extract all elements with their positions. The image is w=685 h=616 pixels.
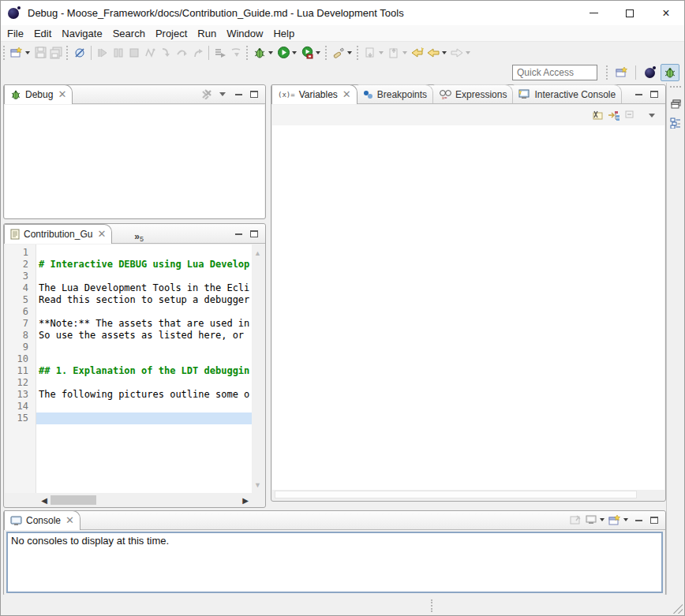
tab-breakpoints[interactable]: Breakpoints: [357, 84, 433, 103]
view-menu-button[interactable]: [644, 108, 660, 122]
debug-perspective-button[interactable]: [661, 64, 679, 81]
scroll-down-icon[interactable]: ▼: [253, 480, 263, 490]
console-content[interactable]: No consoles to display at this time.: [6, 532, 663, 593]
show-logical-structures-button[interactable]: [607, 108, 621, 122]
minimize-view-button[interactable]: [230, 226, 246, 241]
minimize-view-button[interactable]: [230, 87, 246, 101]
tab-label: Expressions: [455, 89, 507, 100]
external-tools-button[interactable]: [300, 46, 314, 60]
editor-code[interactable]: # Interactive DEBUG using Lua Develop Th…: [36, 245, 252, 493]
window-minimize-button[interactable]: [575, 1, 612, 25]
maximize-view-button[interactable]: [646, 87, 662, 101]
menu-help[interactable]: Help: [273, 26, 302, 41]
display-selected-console-button[interactable]: [584, 513, 598, 527]
menu-file[interactable]: File: [7, 26, 32, 41]
tab-expressions[interactable]: x= Expressions: [433, 84, 513, 103]
menu-edit[interactable]: Edit: [34, 26, 59, 41]
menu-navigate[interactable]: Navigate: [62, 26, 110, 41]
step-over-button[interactable]: [174, 46, 189, 60]
editor-text-area[interactable]: 12 34 56 78 910 1112 1314 15 # Interacti…: [5, 245, 252, 493]
menu-window[interactable]: Window: [226, 26, 271, 41]
window-maximize-button[interactable]: [612, 1, 648, 25]
new-wizard-button[interactable]: [9, 46, 24, 60]
close-tab-icon[interactable]: ✕: [97, 230, 106, 239]
tab-console[interactable]: Console ✕: [4, 510, 80, 530]
close-tab-icon[interactable]: ✕: [66, 516, 74, 525]
marker-pen-button[interactable]: [331, 46, 346, 60]
tab-contribution-guide[interactable]: Contribution_Gu ✕: [4, 224, 112, 244]
console-message: No consoles to display at this time.: [8, 533, 661, 548]
quick-access-input[interactable]: [512, 65, 597, 80]
lua-perspective-button[interactable]: [640, 64, 659, 81]
window-close-button[interactable]: ×: [648, 1, 684, 25]
resume-button[interactable]: [95, 46, 110, 60]
remove-all-terminated-button[interactable]: [199, 87, 215, 101]
previous-annotation-dropdown[interactable]: [402, 51, 407, 54]
skip-all-breakpoints-button[interactable]: [73, 46, 87, 60]
next-annotation-button[interactable]: [363, 46, 377, 60]
back-dropdown[interactable]: [442, 51, 447, 54]
open-perspective-button[interactable]: [612, 64, 631, 81]
step-return-button[interactable]: [190, 46, 204, 60]
tab-debug[interactable]: Debug ✕: [4, 84, 73, 104]
debug-dropdown[interactable]: [268, 51, 273, 54]
run-button[interactable]: [276, 46, 290, 60]
minimize-view-button[interactable]: [631, 513, 646, 527]
forward-dropdown[interactable]: [466, 51, 470, 54]
variables-icon: (x)=: [278, 91, 295, 99]
open-console-button[interactable]: [608, 513, 622, 527]
back-button[interactable]: [426, 46, 440, 60]
close-tab-icon[interactable]: ✕: [342, 90, 351, 99]
use-step-filters-button[interactable]: [213, 46, 227, 60]
strip-drag-handle[interactable]: [670, 86, 681, 91]
variables-content[interactable]: [272, 125, 664, 490]
save-all-button[interactable]: [49, 46, 63, 60]
new-wizard-dropdown[interactable]: [25, 51, 30, 54]
close-tab-icon[interactable]: ✕: [58, 90, 66, 99]
resize-grip[interactable]: [673, 604, 683, 614]
menu-run[interactable]: Run: [197, 26, 224, 41]
maximize-view-button[interactable]: [646, 513, 662, 527]
external-tools-dropdown[interactable]: [316, 51, 320, 54]
debug-view-content[interactable]: [5, 105, 264, 218]
hscroll-thumb[interactable]: [51, 495, 96, 505]
save-button[interactable]: [33, 46, 47, 60]
editor-hscrollbar[interactable]: ◀ ▶: [5, 494, 252, 506]
open-console-dropdown[interactable]: [623, 518, 628, 521]
pin-console-button[interactable]: [568, 513, 582, 527]
display-console-dropdown[interactable]: [600, 518, 605, 521]
step-into-button[interactable]: [159, 46, 173, 60]
drop-to-frame-button[interactable]: [229, 46, 243, 60]
disconnect-button[interactable]: [143, 46, 157, 60]
show-type-names-button[interactable]: ....: [591, 108, 605, 122]
suspend-button[interactable]: [111, 46, 125, 60]
collapse-all-button[interactable]: [623, 108, 637, 122]
restore-views-button[interactable]: [668, 97, 683, 111]
status-bar-handle[interactable]: [431, 599, 432, 612]
last-edit-location-button[interactable]: [410, 46, 425, 60]
scroll-left-icon[interactable]: ◀: [38, 496, 51, 505]
forward-button[interactable]: [450, 46, 464, 60]
console-header: Console ✕: [4, 511, 665, 530]
run-dropdown[interactable]: [292, 51, 297, 54]
hidden-editors-chevron[interactable]: »5: [134, 230, 144, 243]
scroll-up-icon[interactable]: ▲: [253, 248, 263, 258]
marker-pen-dropdown[interactable]: [347, 51, 352, 54]
tab-interactive-console[interactable]: Interactive Console: [513, 84, 622, 103]
minimize-view-button[interactable]: [631, 87, 646, 101]
menu-project[interactable]: Project: [155, 26, 195, 41]
maximize-view-button[interactable]: [246, 87, 262, 101]
view-menu-button[interactable]: [215, 87, 230, 101]
variables-hscrollbar[interactable]: [275, 491, 637, 498]
tab-label: Console: [26, 515, 61, 526]
debug-button[interactable]: [253, 46, 267, 60]
terminate-button[interactable]: [127, 46, 141, 60]
tab-variables[interactable]: (x)= Variables ✕: [271, 84, 357, 104]
maximize-view-button[interactable]: [246, 226, 262, 241]
outline-view-button[interactable]: [668, 116, 683, 130]
previous-annotation-button[interactable]: [387, 46, 401, 60]
scroll-right-icon[interactable]: ▶: [239, 496, 252, 505]
current-line-highlight: [36, 413, 252, 424]
menu-search[interactable]: Search: [113, 26, 153, 41]
next-annotation-dropdown[interactable]: [379, 51, 384, 54]
